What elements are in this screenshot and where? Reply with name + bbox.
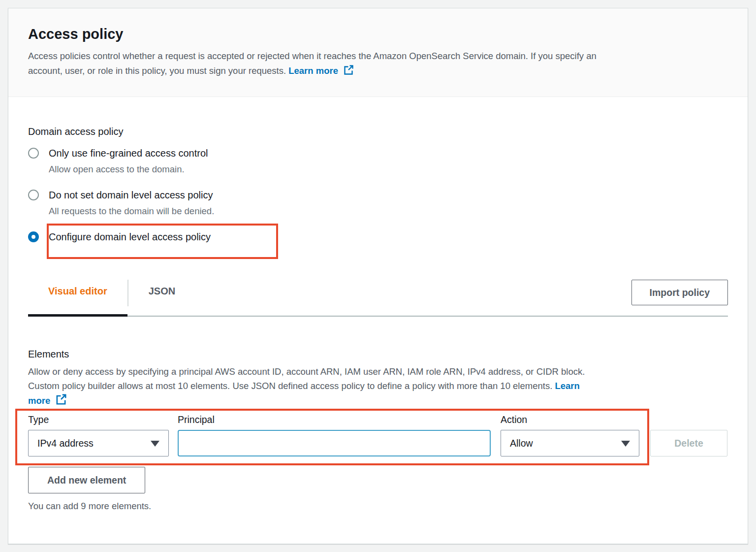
radio-row-no-domain-policy: Do not set domain level access policy Al…: [28, 188, 728, 218]
elements-description: Allow or deny access by specifying a pri…: [28, 364, 728, 410]
radio-no-domain-policy[interactable]: [28, 190, 39, 200]
radio-row-fine-grained: Only use fine-grained access control All…: [28, 146, 728, 176]
radio-label[interactable]: Only use fine-grained access control: [49, 146, 208, 160]
header-description-line1: Access policies control whether a reques…: [28, 51, 597, 61]
element-form-row: Type IPv4 address Principal Action Al: [28, 413, 728, 456]
page-title: Access policy: [28, 25, 728, 43]
header-description-line2: account, user, or role in this policy, y…: [28, 65, 286, 76]
domain-access-policy-label: Domain access policy: [28, 125, 728, 138]
action-label: Action: [501, 413, 639, 426]
header-description: Access policies control whether a reques…: [28, 49, 728, 80]
add-new-element-button[interactable]: Add new element: [28, 467, 145, 493]
action-select[interactable]: Allow: [501, 430, 639, 456]
type-label: Type: [28, 413, 169, 426]
tab-visual-editor-label: Visual editor: [48, 286, 107, 296]
principal-label: Principal: [178, 413, 491, 426]
elements-heading: Elements: [28, 347, 728, 361]
radio-label[interactable]: Configure domain level access policy: [49, 230, 211, 244]
radio-description: All requests to the domain will be denie…: [49, 205, 214, 218]
delete-button[interactable]: Delete: [650, 430, 727, 456]
card-body: Domain access policy Only use fine-grain…: [8, 97, 748, 532]
action-column: Action Allow: [501, 413, 639, 456]
access-policy-card: Access policy Access policies control wh…: [8, 8, 748, 544]
radio-configure-policy[interactable]: [28, 231, 39, 242]
type-column: Type IPv4 address: [28, 413, 169, 456]
learn-more-link-word1[interactable]: Learn: [555, 381, 579, 391]
chevron-down-icon: [621, 441, 630, 447]
delete-column: Delete: [650, 413, 727, 456]
learn-more-link-word2[interactable]: more: [28, 395, 67, 406]
element-form-section: Type IPv4 address Principal Action Al: [28, 413, 728, 456]
elements-description-line1: Allow or deny access by specifying a pri…: [28, 364, 728, 379]
learn-more-link[interactable]: Learn more: [288, 65, 354, 76]
radio-fine-grained[interactable]: [28, 148, 39, 159]
radio-texts: Configure domain level access policy: [49, 230, 211, 244]
import-policy-button[interactable]: Import policy: [631, 280, 728, 305]
card-header: Access policy Access policies control wh…: [8, 8, 748, 97]
radio-label[interactable]: Do not set domain level access policy: [49, 188, 214, 202]
radio-texts: Do not set domain level access policy Al…: [49, 188, 214, 218]
radio-row-configure-policy: Configure domain level access policy: [28, 230, 728, 244]
chevron-down-icon: [151, 441, 159, 447]
radio-texts: Only use fine-grained access control All…: [49, 146, 208, 176]
principal-column: Principal: [178, 413, 491, 456]
type-select-value: IPv4 address: [37, 438, 94, 449]
elements-description-line2: Custom policy builder allows at most 10 …: [28, 379, 728, 393]
principal-input[interactable]: [178, 430, 491, 456]
elements-remaining-note: You can add 9 more elements.: [28, 500, 728, 513]
external-link-icon: [55, 393, 67, 410]
radio-description: Allow open access to the domain.: [49, 163, 208, 176]
page: Access policy Access policies control wh…: [0, 0, 756, 552]
type-select[interactable]: IPv4 address: [28, 430, 169, 456]
tab-json[interactable]: JSON: [128, 280, 195, 316]
tab-visual-editor[interactable]: Visual editor: [28, 280, 127, 316]
tab-json-label: JSON: [149, 286, 175, 296]
learn-more-label: Learn more: [288, 65, 338, 76]
action-select-value: Allow: [510, 438, 533, 449]
external-link-icon: [343, 64, 354, 80]
elements-description-line3: more: [28, 393, 728, 410]
tabs-bar: Visual editor JSON Import policy: [28, 280, 728, 317]
